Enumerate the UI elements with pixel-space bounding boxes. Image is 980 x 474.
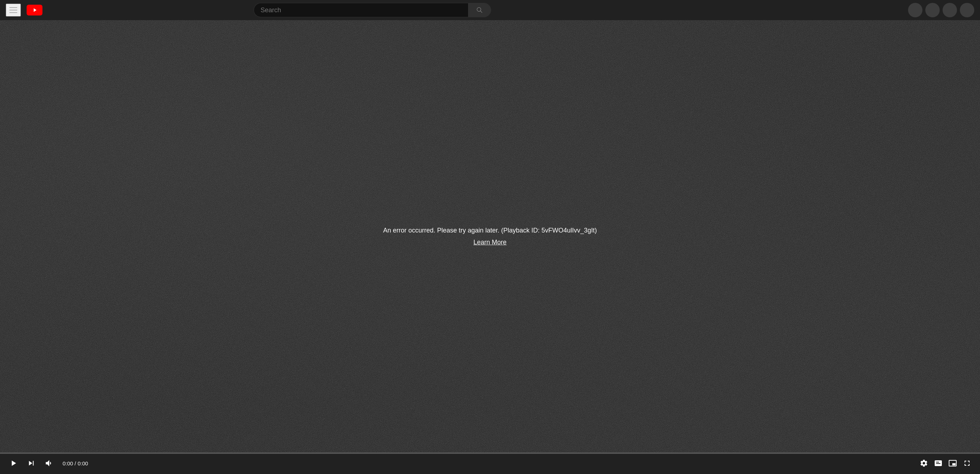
- youtube-logo[interactable]: [27, 5, 43, 16]
- miniplayer-button[interactable]: [947, 458, 958, 469]
- play-icon: [9, 458, 18, 468]
- nav-icon-button-4[interactable]: [960, 3, 974, 17]
- nav-icon-button-3[interactable]: [943, 3, 957, 17]
- nav-icon-button-2[interactable]: [925, 3, 940, 17]
- search-icon: [476, 6, 483, 14]
- volume-icon: [45, 458, 54, 468]
- search-area: [254, 3, 491, 17]
- fullscreen-button[interactable]: [961, 458, 973, 469]
- fullscreen-icon: [963, 459, 971, 468]
- subtitles-icon: [934, 459, 943, 468]
- miniplayer-icon: [948, 459, 957, 468]
- youtube-play-icon: [30, 7, 38, 13]
- volume-button[interactable]: [43, 457, 56, 469]
- learn-more-link[interactable]: Learn More: [473, 239, 507, 246]
- next-button[interactable]: [25, 457, 37, 469]
- time-display: 0:00 / 0:00: [63, 460, 88, 466]
- search-button[interactable]: [468, 3, 491, 17]
- next-icon: [27, 458, 36, 468]
- play-button[interactable]: [7, 457, 19, 469]
- player-controls: 0:00 / 0:00: [0, 452, 980, 474]
- player-container: An error occurred. Please try again late…: [0, 0, 980, 474]
- subtitles-button[interactable]: [932, 458, 944, 469]
- search-input[interactable]: [254, 3, 468, 17]
- svg-marker-0: [34, 8, 37, 12]
- error-text: An error occurred. Please try again late…: [383, 227, 597, 234]
- progress-bar[interactable]: [0, 452, 980, 454]
- video-background[interactable]: An error occurred. Please try again late…: [0, 20, 980, 452]
- nav-icon-button-1[interactable]: [908, 3, 923, 17]
- youtube-logo-icon: [27, 5, 43, 16]
- error-message-container: An error occurred. Please try again late…: [383, 227, 597, 246]
- settings-icon: [920, 459, 928, 468]
- settings-button[interactable]: [918, 458, 930, 469]
- controls-right: [918, 458, 973, 469]
- top-navigation: [0, 0, 980, 20]
- menu-button[interactable]: [6, 3, 21, 16]
- nav-right-buttons: [908, 3, 974, 17]
